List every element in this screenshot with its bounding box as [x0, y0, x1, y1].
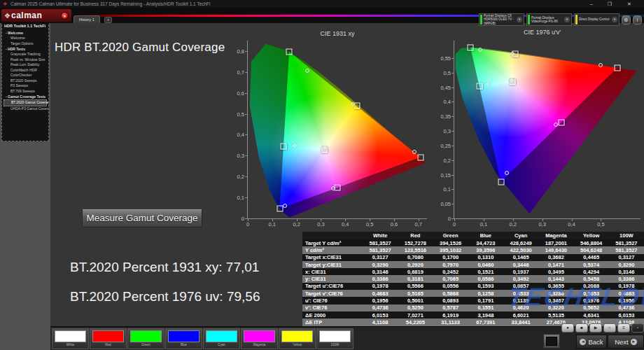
add-tab-button[interactable]: +	[104, 17, 112, 23]
row-label: u': CIE76	[302, 298, 363, 304]
table-header-cell: Magenta	[538, 232, 573, 239]
sidebar-item-colormatch-hdr[interactable]: ColorMatch HDR	[4, 68, 47, 74]
minimize-button[interactable]: –	[584, 0, 599, 8]
table-cell: 0,1465	[503, 254, 538, 260]
x-tick-label: 0,5	[597, 221, 604, 227]
measured-marker-yellow	[510, 52, 514, 56]
row-label: ΔE 2000	[302, 312, 363, 318]
measure-gamut-coverage-button[interactable]: Measure Gamut Coverage	[82, 209, 202, 227]
table-cell: 0,1978	[363, 283, 398, 289]
sidebar-item-p3-sweeps[interactable]: P3 Sweeps	[4, 83, 47, 89]
sidebar-item-target-options[interactable]: Target Options	[4, 41, 47, 47]
sidebar-item-colorchecker[interactable]: ColorChecker	[4, 73, 47, 78]
table-cell: 0,1593	[468, 283, 503, 289]
measured-marker-white	[323, 146, 327, 150]
x-tick-label: 0,3	[538, 221, 545, 227]
measured-marker-cyan	[293, 144, 297, 148]
table-cell: 546,8804	[574, 240, 609, 246]
sidebar-item-grayscale-tracking[interactable]: Grayscale Tracking	[4, 52, 47, 57]
table-cell: 3,1948	[468, 312, 503, 318]
y-tick-mark	[451, 73, 454, 74]
stop-button[interactable]: ■	[575, 323, 588, 332]
swatch-color	[244, 330, 275, 342]
workflow-title: HDR Toolkit 1.1 TechFi	[4, 24, 47, 28]
swatch-color	[206, 330, 237, 342]
color-swatch-blue[interactable]: Blue	[165, 328, 202, 349]
close-button[interactable]: ✕	[622, 0, 637, 8]
sidebar-item-welcome[interactable]: Welcome	[4, 36, 47, 41]
source-dropdown-direct-display-control[interactable]: Direct Display Control▼	[574, 13, 620, 26]
next-chevron-icon: ►	[631, 339, 637, 345]
table-cell: 6,0153	[363, 312, 398, 318]
color-swatch-white[interactable]: White	[52, 328, 89, 349]
table-row: x: CIE310,31460,68190,24520,15210,19370,…	[302, 268, 644, 275]
meter-transport-controls: ●■▶∩≡▪	[561, 323, 644, 332]
table-cell: 0,3127	[609, 254, 644, 260]
next-button[interactable]: Next ►	[608, 335, 644, 349]
sidebar-item-peak-vs-window-size[interactable]: Peak vs. Window Size	[4, 57, 47, 63]
row-label: Target y:CIE31	[302, 262, 363, 268]
source-dropdown-portrait-displays-c6-hdr5000-oled-tv-wrgb[interactable]: Portrait Displays C6 HDR5000 OLED TV - (…	[479, 13, 524, 26]
record-button[interactable]: ●	[561, 323, 574, 332]
pattern-preview	[546, 337, 557, 346]
table-row: Target y:CIE310,32900,29200,79700,04600,…	[302, 261, 644, 268]
table-cell: 0,3446	[503, 262, 538, 268]
x-tick-label: 0,1	[480, 221, 487, 227]
workflow-nav: HDR Toolkit 1.1 TechFi WelcomeWelcomeTar…	[1, 21, 49, 141]
maximize-button[interactable]: ❐	[602, 0, 617, 8]
sidebar-section-gamut-coverage-tests: Gamut Coverage Tests	[4, 94, 47, 99]
workflow-sidebar: + ◄ HDR Toolkit 1.1 TechFi WelcomeWelcom…	[0, 10, 50, 350]
color-swatch-yellow[interactable]: Yellow	[279, 328, 316, 349]
swatch-label: Red	[90, 342, 126, 348]
table-header-cell: 100W	[609, 232, 644, 239]
table-cell: 0,1258	[468, 290, 503, 297]
pattern-window-button[interactable]	[543, 334, 560, 349]
row-label: Target v':CIE76	[302, 290, 363, 297]
play-button[interactable]: ▶	[589, 323, 602, 332]
info-button[interactable]: i	[633, 15, 642, 24]
table-cell: 67,7391	[468, 319, 503, 326]
back-button[interactable]: ◄ Back	[576, 335, 607, 349]
sidebar-item-bt-709-sweeps[interactable]: BT.709 Sweeps	[4, 89, 47, 94]
sidebar-item-peak-lum-stability[interactable]: Peak Lum Stability	[4, 62, 47, 68]
row-label: Y cd/m²	[302, 247, 363, 253]
y-tick-mark	[245, 134, 248, 135]
sidebar-item-uhda-p3-gamut-coverage[interactable]: UHDA-P3 Gamut Coverage	[4, 106, 47, 112]
swatch-color	[130, 330, 162, 342]
source-dropdown-portrait-displays-videoforge-pro-8k[interactable]: Portrait Displays VideoForge Pro 8K▼	[526, 13, 572, 26]
y-tick-label: 0,3	[237, 153, 244, 159]
table-cell: 0,3492	[503, 276, 538, 282]
table-cell: 149,6430	[538, 247, 573, 253]
sidebar-item-bt-2020-gamut-coverage[interactable]: BT.2020 Gamut Coverage	[4, 99, 47, 106]
y-tick-label: 0,5	[444, 69, 451, 76]
cie-1976-plot: 00,10,20,30,40,500,050,10,150,20,250,30,…	[454, 41, 640, 219]
swatch-color	[168, 330, 200, 342]
x-tick-label: 0,1	[269, 221, 276, 227]
table-cell: 0,3127	[363, 254, 398, 260]
status-indicator	[528, 15, 530, 24]
sidebar-item-bt-2020-sweeps[interactable]: BT.2020 Sweeps	[4, 78, 47, 84]
y-tick-label: 0,45	[440, 84, 451, 90]
sidebar-section-hdr-tests: HDR Tests	[4, 46, 47, 52]
y-tick-label: 0,5	[237, 111, 244, 117]
table-cell: 0,3495	[538, 269, 573, 275]
more-button[interactable]: ▪	[631, 323, 644, 332]
settings-button[interactable]: ⚙	[622, 15, 631, 24]
y-tick-label: 0,1	[237, 195, 244, 201]
color-swatch-100w[interactable]: 100W	[316, 328, 354, 349]
table-cell: 123,5516	[398, 247, 433, 253]
table-cell: 0,1956	[363, 298, 398, 304]
pause-button[interactable]: ∩	[603, 323, 616, 332]
cie-1931-chart: CIE 1931 xy 00,10,20,30,40,50,60,700,10,…	[242, 30, 433, 233]
table-cell: 0,1521	[468, 269, 503, 275]
color-swatch-cyan[interactable]: Cyan	[203, 328, 240, 349]
color-swatch-green[interactable]: Green	[127, 328, 164, 349]
tab-history-1[interactable]: History 1	[74, 15, 100, 23]
color-swatch-red[interactable]: Red	[90, 328, 127, 349]
color-swatch-magenta[interactable]: Magenta	[241, 328, 278, 349]
eject-button[interactable]: ≡	[617, 323, 630, 332]
table-cell: 0,1937	[503, 269, 538, 275]
swatch-color	[55, 330, 86, 342]
main-menu-button[interactable]: ▼	[61, 12, 69, 20]
calman-logo[interactable]: ❖ calman ▼	[1, 9, 71, 22]
